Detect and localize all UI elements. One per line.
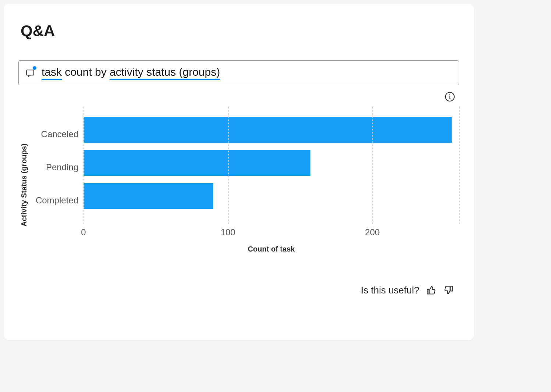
page-title: Q&A bbox=[18, 22, 459, 40]
y-axis-label: Canceled bbox=[32, 118, 83, 151]
y-axis-title: Activity Status (groups) bbox=[18, 106, 30, 264]
query-token-task: task bbox=[42, 66, 62, 80]
x-axis-ticks: 0100200 bbox=[83, 227, 459, 242]
x-axis-title: Count of task bbox=[83, 245, 459, 253]
bar-pending[interactable] bbox=[83, 150, 310, 176]
bars-container bbox=[83, 117, 459, 216]
gridline bbox=[83, 106, 84, 224]
info-row: i bbox=[18, 92, 459, 101]
query-token-activity-status: activity status (groups) bbox=[110, 66, 220, 80]
bar-canceled[interactable] bbox=[83, 117, 452, 143]
thumbs-down-button[interactable] bbox=[444, 285, 455, 296]
feedback-label: Is this useful? bbox=[361, 285, 419, 296]
x-axis-tick: 100 bbox=[221, 227, 235, 238]
gridline bbox=[228, 106, 229, 224]
y-axis-label: Completed bbox=[32, 184, 83, 217]
gridline bbox=[459, 106, 460, 224]
notification-dot-icon bbox=[33, 66, 36, 70]
query-token-countby: count by bbox=[62, 66, 110, 80]
info-icon[interactable]: i bbox=[445, 92, 455, 101]
qa-query-text: task count by activity status (groups) bbox=[42, 66, 220, 80]
plot-area bbox=[83, 106, 459, 224]
chart-area: Activity Status (groups) CanceledPending… bbox=[18, 106, 459, 264]
gridline bbox=[372, 106, 373, 224]
y-axis-labels: CanceledPendingCompleted bbox=[32, 106, 83, 264]
bar-completed[interactable] bbox=[83, 183, 213, 209]
speech-bubble-icon bbox=[25, 67, 37, 79]
x-axis-tick: 200 bbox=[365, 227, 380, 238]
thumbs-up-button[interactable] bbox=[426, 285, 437, 296]
y-axis-label: Pending bbox=[32, 151, 83, 184]
qa-card: Q&A task count by activity status (group… bbox=[4, 4, 474, 340]
feedback-row: Is this useful? bbox=[18, 285, 459, 296]
plot-column: 0100200 Count of task bbox=[83, 106, 459, 264]
x-axis-tick: 0 bbox=[81, 227, 86, 238]
qa-query-input[interactable]: task count by activity status (groups) bbox=[18, 60, 459, 85]
